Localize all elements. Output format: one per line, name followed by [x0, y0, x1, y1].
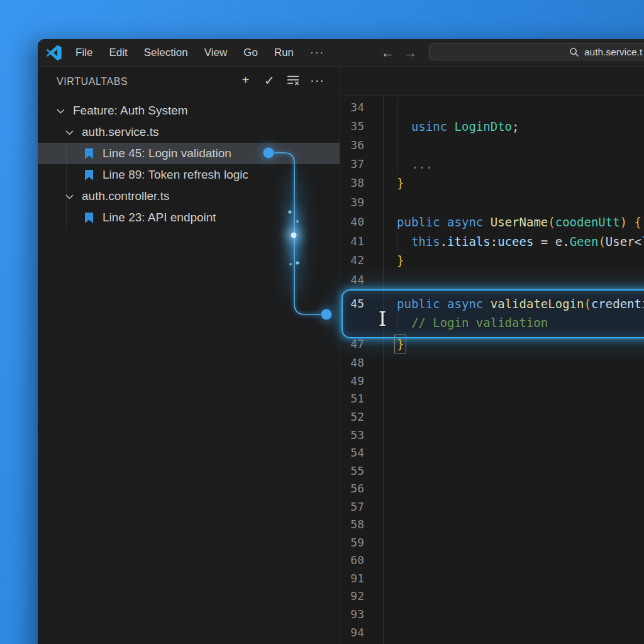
line-number: 38	[340, 174, 364, 192]
menu-item[interactable]: Run	[266, 47, 302, 59]
code-line[interactable]: 52	[340, 408, 644, 426]
code-text: this.itials:ucees = e.Geen(User<ld	[397, 233, 644, 250]
code-line[interactable]: 56	[340, 480, 644, 497]
code-line[interactable]: 38 }	[340, 174, 644, 192]
tree-item-line-23-api-endpoint[interactable]: Line 23: API endpoint	[38, 207, 340, 228]
tree-item-auth-controller-ts[interactable]: auth.controller.ts	[38, 186, 340, 207]
line-number: 42	[340, 252, 364, 269]
chevron-down-icon	[57, 108, 65, 114]
code-line[interactable]: 54	[340, 444, 644, 462]
line-number: 92	[340, 587, 364, 605]
line-number: 54	[340, 444, 364, 462]
nav-arrows: ← →	[381, 39, 417, 66]
code-line[interactable]: 37 ...	[340, 155, 644, 173]
panel-actions: +✓···	[236, 71, 326, 89]
menu-item[interactable]: View	[196, 47, 236, 59]
confirm-button[interactable]: ✓	[260, 71, 279, 89]
code-line[interactable]: 58	[340, 516, 644, 533]
line-number: 60	[340, 552, 364, 569]
code-line[interactable]: 91	[340, 570, 644, 587]
code-text: public async UserName(coodenUtt) {	[397, 213, 641, 231]
line-number: 93	[340, 606, 364, 623]
line-number: 55	[340, 462, 364, 480]
code-line[interactable]: 40 public async UserName(coodenUtt) {	[340, 213, 644, 231]
tree-item-line-89-token-refresh-logic[interactable]: Line 89: Token refresh logic	[38, 164, 340, 186]
search-value: auth.service.t	[584, 47, 642, 58]
forward-arrow-icon[interactable]: →	[404, 45, 417, 60]
bookmark-icon	[85, 213, 93, 223]
vscode-window: FileEditSelectionViewGoRun ··· ← → auth.…	[38, 39, 644, 644]
code-line[interactable]: 39	[340, 194, 644, 211]
tree-item-feature-auth-system[interactable]: Feature: Auth System	[38, 100, 340, 121]
search-icon	[569, 47, 579, 57]
bookmark-icon	[85, 170, 93, 180]
tree-item-line-45-login-validation[interactable]: Line 45: Login validation	[38, 143, 340, 164]
tree-item-label: Line 89: Token refresh logic	[103, 168, 248, 182]
text-cursor-ibeam-icon: I	[379, 308, 386, 330]
line-number: 52	[340, 408, 364, 426]
tree-indent-guide	[66, 143, 67, 228]
code-text: usinc LoginDto;	[397, 118, 519, 135]
clear-list-button[interactable]	[284, 71, 303, 89]
code-line[interactable]: 93	[340, 606, 644, 623]
tree-item-label: Line 45: Login validation	[103, 147, 231, 160]
line-number: 91	[340, 570, 364, 587]
code-line[interactable]: 51	[340, 390, 644, 408]
line-number: 40	[340, 213, 364, 231]
menu-overflow-button[interactable]: ···	[302, 47, 333, 59]
more-actions-button[interactable]: ···	[308, 71, 326, 89]
line-number: 35	[340, 118, 364, 135]
line-number: 59	[340, 534, 364, 552]
code-text: }	[397, 335, 404, 353]
code-line[interactable]: 94	[340, 624, 644, 641]
vscode-logo-icon	[46, 45, 62, 61]
code-line[interactable]: 47 }	[340, 335, 644, 353]
code-line[interactable]: 34	[340, 99, 644, 116]
code-line[interactable]: 57	[340, 498, 644, 516]
line-number: 36	[340, 136, 364, 154]
code-line[interactable]: 35 usinc LoginDto;	[340, 118, 644, 135]
code-line[interactable]: 55	[340, 462, 644, 480]
line-number: 39	[340, 194, 364, 211]
line-number: 58	[340, 516, 364, 533]
line-number: 34	[340, 99, 364, 116]
line-number: 48	[340, 354, 364, 372]
line-number: 45	[340, 295, 364, 313]
code-line[interactable]: 41 this.itials:ucees = e.Geen(User<ld	[340, 233, 644, 250]
clear-list-icon	[287, 75, 300, 86]
search-input[interactable]: auth.service.t	[429, 43, 644, 60]
add-virtual-tab-button[interactable]: +	[236, 71, 255, 89]
code-text: }	[397, 174, 404, 192]
code-area[interactable]: 34 35 usinc LoginDto; 36 37 ... 38 } 39 …	[340, 96, 644, 644]
tree-item-label: Feature: Auth System	[73, 104, 188, 118]
line-number: 47	[340, 335, 364, 353]
line-number: 53	[340, 426, 364, 444]
code-line[interactable]: 59	[340, 534, 644, 552]
sidebar-virtualtabs-panel: VIRTUALTABS +✓··· Feature: Auth System a…	[38, 67, 340, 644]
code-line[interactable]: 92	[340, 587, 644, 605]
indent-guide	[397, 136, 397, 155]
code-text: }	[397, 252, 404, 269]
code-line[interactable]: 48	[340, 354, 644, 372]
code-line[interactable]: 53	[340, 426, 644, 444]
menu-item[interactable]: Selection	[136, 47, 196, 59]
line-number: 44	[340, 271, 364, 289]
code-line[interactable]: 44	[340, 271, 644, 289]
menu-bar: FileEditSelectionViewGoRun	[67, 47, 302, 59]
code-line[interactable]: 42 }	[340, 252, 644, 269]
menu-item[interactable]: Edit	[101, 47, 135, 59]
tree-item-label: auth.controller.ts	[82, 189, 169, 203]
line-number: 37	[340, 155, 364, 173]
code-line[interactable]: 60	[340, 552, 644, 569]
tree-item-label: auth.service.ts	[82, 125, 159, 139]
back-arrow-icon[interactable]: ←	[381, 45, 394, 60]
menu-item[interactable]: Go	[235, 47, 266, 59]
menu-item[interactable]: File	[67, 47, 101, 59]
tree-item-label: Line 23: API endpoint	[103, 211, 216, 225]
bookmark-tree: Feature: Auth System auth.service.ts Lin…	[38, 100, 340, 228]
line-number: 57	[340, 498, 364, 516]
code-line[interactable]: 49	[340, 372, 644, 390]
tree-item-auth-service-ts[interactable]: auth.service.ts	[38, 121, 340, 143]
code-line[interactable]: 36	[340, 136, 644, 154]
code-text: public async validateLogin(credentia	[397, 295, 644, 313]
